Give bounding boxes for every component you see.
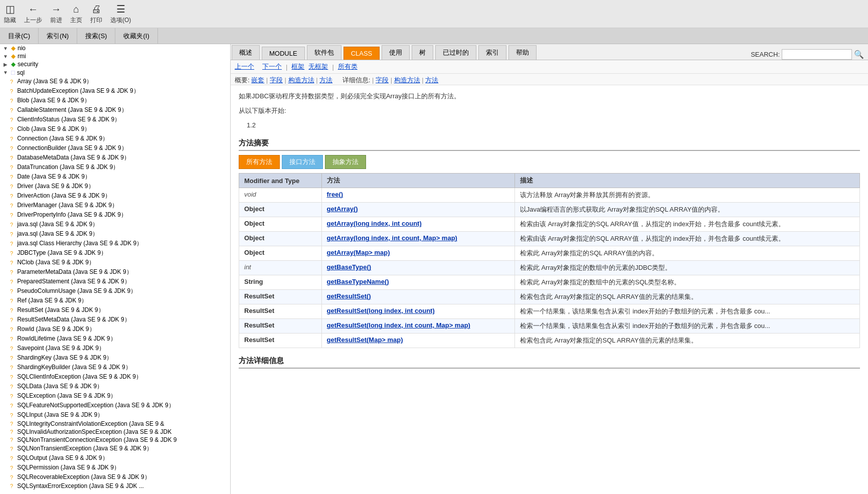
sidebar-item[interactable]: ?java.sql (Java SE 9 & JDK 9） bbox=[0, 229, 230, 239]
filter-abstract-methods[interactable]: 抽象方法 bbox=[325, 155, 366, 169]
frame-link[interactable]: 框架 bbox=[291, 62, 304, 71]
tab-class[interactable]: CLASS bbox=[343, 47, 380, 60]
search-input[interactable] bbox=[782, 49, 852, 60]
sidebar-item[interactable]: ?SQLData (Java SE 9 & JDK 9） bbox=[0, 382, 230, 391]
sidebar-item[interactable]: ?Date (Java SE 9 & JDK 9） bbox=[0, 172, 230, 182]
summary-constructor[interactable]: 构造方法 bbox=[288, 76, 314, 84]
method-link[interactable]: getArray(long index, int count) bbox=[327, 220, 422, 227]
sidebar-item[interactable]: ?ShardingKey (Java SE 9 & JDK 9） bbox=[0, 353, 230, 363]
cell-method[interactable]: getResultSet(long index, int count) bbox=[321, 304, 514, 319]
sidebar-item[interactable]: ?ConnectionBuilder (Java SE 9 & JDK 9） bbox=[0, 143, 230, 153]
tab-favorites[interactable]: 收藏夹(I) bbox=[115, 28, 157, 44]
cell-method[interactable]: getResultSet() bbox=[321, 290, 514, 304]
detail-field[interactable]: 字段 bbox=[376, 76, 389, 84]
sidebar-item[interactable]: ?SQLSyntaxErrorException (Java SE 9 & JD… bbox=[0, 482, 230, 490]
tab-index[interactable]: 索引(N) bbox=[39, 28, 77, 44]
filter-all-methods[interactable]: 所有方法 bbox=[239, 155, 280, 169]
hide-button[interactable]: ◫ 隐藏 bbox=[4, 3, 16, 25]
back-button[interactable]: ← 上一步 bbox=[24, 4, 42, 25]
method-link[interactable]: getResultSet(Map> map) bbox=[327, 336, 403, 344]
method-link[interactable]: getBaseType() bbox=[327, 263, 372, 271]
cell-method[interactable]: getResultSet(Map> map) bbox=[321, 334, 514, 348]
sidebar-item-nio[interactable]: ▼ ◆ nio bbox=[0, 44, 230, 52]
sidebar-item[interactable]: ?SQLRecoverableException (Java SE 9 & JD… bbox=[0, 472, 230, 482]
filter-interface-methods[interactable]: 接口方法 bbox=[282, 155, 323, 169]
sidebar-item[interactable]: ?BatchUpdateException (Java SE 9 & JDK 9… bbox=[0, 86, 230, 96]
sidebar-item[interactable]: ?DriverAction (Java SE 9 & JDK 9） bbox=[0, 191, 230, 201]
cell-method[interactable]: getArray(long index, int count, Map> map… bbox=[321, 232, 514, 246]
summary-method[interactable]: 方法 bbox=[319, 76, 332, 84]
cell-method[interactable]: getArray(long index, int count) bbox=[321, 217, 514, 232]
options-button[interactable]: ☰ 选项(O) bbox=[110, 3, 131, 25]
tab-tree[interactable]: 树 bbox=[412, 45, 433, 60]
home-button[interactable]: ⌂ 主页 bbox=[70, 4, 82, 25]
sidebar-item[interactable]: ?DatabaseMetaData (Java SE 9 & JDK 9） bbox=[0, 153, 230, 162]
sidebar-item[interactable]: ?Driver (Java SE 9 & JDK 9） bbox=[0, 182, 230, 191]
sidebar-item[interactable]: ?DriverPropertyInfo (Java SE 9 & JDK 9） bbox=[0, 210, 230, 220]
sidebar-item[interactable]: ?Ref (Java SE 9 & JDK 9） bbox=[0, 296, 230, 305]
method-link[interactable]: getArray() bbox=[327, 205, 358, 213]
prev-link[interactable]: 上一个 bbox=[235, 62, 254, 71]
tab-deprecated[interactable]: 已过时的 bbox=[435, 45, 476, 60]
sidebar-item[interactable]: ?java.sql (Java SE 9 & JDK 9） bbox=[0, 220, 230, 229]
summary-field[interactable]: 字段 bbox=[270, 76, 283, 84]
tab-search[interactable]: 搜索(S) bbox=[77, 28, 115, 44]
method-link[interactable]: getArray(Map> map) bbox=[327, 249, 390, 256]
sidebar-item[interactable]: ?RowIdLifetime (Java SE 9 & JDK 9） bbox=[0, 334, 230, 344]
tab-use[interactable]: 使用 bbox=[382, 45, 410, 60]
sidebar-item-security[interactable]: ▶ ◆ security bbox=[0, 60, 230, 68]
tab-package[interactable]: 软件包 bbox=[307, 45, 341, 60]
tab-module[interactable]: MODULE bbox=[262, 47, 305, 60]
forward-button[interactable]: → 前进 bbox=[50, 4, 62, 25]
tab-help[interactable]: 帮助 bbox=[508, 45, 537, 60]
detail-method[interactable]: 方法 bbox=[425, 76, 438, 84]
sidebar-item[interactable]: ?SQLFeatureNotSupportedException (Java S… bbox=[0, 401, 230, 410]
sidebar-item[interactable]: ?SQLClientInfoException (Java SE 9 & JDK… bbox=[0, 372, 230, 382]
method-link[interactable]: free() bbox=[327, 191, 343, 198]
no-frame-link[interactable]: 无框架 bbox=[308, 62, 328, 71]
toggle-security[interactable]: ▶ bbox=[2, 62, 9, 67]
toggle-rmi[interactable]: ▼ bbox=[2, 54, 9, 59]
sidebar-item[interactable]: ?PseudoColumnUsage (Java SE 9 & JDK 9） bbox=[0, 286, 230, 296]
tab-index[interactable]: 索引 bbox=[478, 45, 506, 60]
cell-method[interactable]: getBaseType() bbox=[321, 261, 514, 275]
search-icon[interactable]: 🔍 bbox=[854, 50, 864, 59]
method-link[interactable]: getResultSet() bbox=[327, 292, 371, 300]
all-classes-link[interactable]: 所有类 bbox=[338, 62, 358, 71]
sidebar-item[interactable]: ?Connection (Java SE 9 & JDK 9） bbox=[0, 134, 230, 143]
sidebar-item[interactable]: ?NClob (Java SE 9 & JDK 9） bbox=[0, 258, 230, 267]
sidebar-item[interactable]: ?DriverManager (Java SE 9 & JDK 9） bbox=[0, 201, 230, 210]
sidebar-item[interactable]: ?PreparedStatement (Java SE 9 & JDK 9） bbox=[0, 277, 230, 286]
sidebar-item[interactable]: ?SQLNonTransientException (Java SE 9 & J… bbox=[0, 444, 230, 453]
sidebar-item[interactable]: ?RowId (Java SE 9 & JDK 9） bbox=[0, 324, 230, 334]
sidebar-item[interactable]: ?SQLIntegrityConstraintViolationExceptio… bbox=[0, 420, 230, 428]
detail-constructor[interactable]: 构造方法 bbox=[394, 76, 420, 84]
sidebar-item[interactable]: ?Array (Java SE 9 & JDK 9） bbox=[0, 77, 230, 86]
sidebar-item[interactable]: ?ResultSetMetaData (Java SE 9 & JDK 9） bbox=[0, 315, 230, 324]
sidebar-item[interactable]: ?SQLNonTransientConnectionException (Jav… bbox=[0, 436, 230, 444]
cell-method[interactable]: getResultSet(long index, int count, Map>… bbox=[321, 319, 514, 334]
sidebar-item[interactable]: ?java.sql Class Hierarchy (Java SE 9 & J… bbox=[0, 239, 230, 248]
next-link[interactable]: 下一个 bbox=[262, 62, 282, 71]
sidebar-item-rmi[interactable]: ▼ ◆ rmi bbox=[0, 52, 230, 60]
sidebar-item[interactable]: ?SQLException (Java SE 9 & JDK 9） bbox=[0, 391, 230, 401]
sidebar-item[interactable]: ?Blob (Java SE 9 & JDK 9） bbox=[0, 96, 230, 105]
sidebar-item[interactable]: ?ShardingKeyBuilder (Java SE 9 & JDK 9） bbox=[0, 363, 230, 372]
tab-overview[interactable]: 概述 bbox=[232, 45, 260, 60]
cell-method[interactable]: getBaseTypeName() bbox=[321, 275, 514, 290]
sidebar-item[interactable]: ?ResultSet (Java SE 9 & JDK 9） bbox=[0, 305, 230, 315]
summary-nested[interactable]: 嵌套 bbox=[251, 76, 264, 84]
method-link[interactable]: getArray(long index, int count, Map> map… bbox=[327, 234, 457, 242]
toggle-sql[interactable]: ▼ bbox=[2, 70, 9, 75]
sidebar-item[interactable]: ?CallableStatement (Java SE 9 & JDK 9） bbox=[0, 105, 230, 115]
sidebar-item[interactable]: ?JDBCType (Java SE 9 & JDK 9） bbox=[0, 248, 230, 258]
toggle-nio[interactable]: ▼ bbox=[2, 46, 9, 51]
method-link[interactable]: getResultSet(long index, int count) bbox=[327, 307, 435, 314]
sidebar-item[interactable]: ?ClientInfoStatus (Java SE 9 & JDK 9） bbox=[0, 115, 230, 124]
tab-contents[interactable]: 目录(C) bbox=[0, 28, 39, 44]
cell-method[interactable]: getArray() bbox=[321, 203, 514, 217]
cell-method[interactable]: free() bbox=[321, 188, 514, 203]
sidebar-item[interactable]: ?DataTruncation (Java SE 9 & JDK 9） bbox=[0, 162, 230, 172]
sidebar-item[interactable]: ?SQLInput (Java SE 9 & JDK 9） bbox=[0, 410, 230, 420]
sidebar-item[interactable]: ?ParameterMetaData (Java SE 9 & JDK 9） bbox=[0, 267, 230, 277]
